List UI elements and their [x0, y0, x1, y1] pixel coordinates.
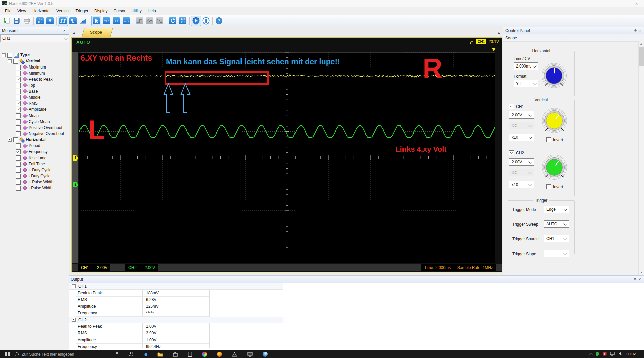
measure-item-checkbox[interactable]: [16, 149, 21, 154]
measure-item-label[interactable]: Fall Time: [29, 162, 45, 166]
measure-item-label[interactable]: Period: [29, 143, 40, 148]
cursor-icon[interactable]: [91, 16, 101, 26]
vector-display-icon[interactable]: [145, 16, 155, 26]
pin-icon[interactable]: [633, 28, 638, 33]
measure-item-checkbox[interactable]: [16, 71, 21, 76]
measure-item-label[interactable]: Positive Overshoot: [29, 125, 62, 130]
auto-measure-icon[interactable]: AUTO: [178, 16, 188, 26]
ch2-probe-select[interactable]: x10: [509, 181, 534, 188]
calculator-icon[interactable]: [188, 351, 192, 357]
format-select[interactable]: Y-T: [514, 80, 538, 87]
alert-tray-icon[interactable]: !: [603, 352, 607, 357]
menu-item[interactable]: Cursor: [110, 7, 128, 15]
open-icon[interactable]: [2, 16, 12, 26]
trigger-row-select[interactable]: CH1: [544, 235, 569, 242]
measure-item-label[interactable]: - Pulse Width: [29, 186, 52, 190]
ch2-vertical-knob[interactable]: [541, 154, 568, 180]
measure-item-label[interactable]: Middle: [29, 95, 40, 100]
square-wave-icon[interactable]: [58, 16, 68, 26]
ch1-coupling-select[interactable]: DC: [509, 122, 534, 129]
run-icon[interactable]: [191, 16, 201, 26]
photos-icon[interactable]: [202, 351, 207, 357]
measure-item-checkbox[interactable]: [16, 77, 21, 82]
measure-item-label[interactable]: Rise Time: [29, 155, 46, 160]
measure-item-label[interactable]: Base: [29, 89, 38, 94]
ch1-enable-checkbox[interactable]: [509, 104, 514, 109]
measure-item-checkbox[interactable]: [16, 65, 21, 70]
measure-item-checkbox[interactable]: [16, 186, 21, 191]
measure-item-checkbox[interactable]: [16, 107, 21, 112]
trigger-position-marker[interactable]: [492, 48, 496, 51]
scroll-down-icon[interactable]: [640, 272, 643, 273]
volume-tray-icon[interactable]: [618, 352, 623, 357]
print-icon[interactable]: [22, 16, 32, 26]
collapse-icon[interactable]: [8, 138, 12, 142]
collapse-icon[interactable]: [2, 53, 6, 57]
mail-app-icon[interactable]: [232, 351, 237, 357]
measure-group-checkbox[interactable]: [13, 137, 18, 142]
ch2-invert-checkbox[interactable]: [546, 184, 551, 189]
collapse-icon[interactable]: [72, 284, 76, 288]
scroll-up-icon[interactable]: [640, 43, 643, 45]
measure-item-checkbox[interactable]: [16, 119, 21, 124]
measure-item-checkbox[interactable]: [16, 155, 21, 161]
tab-scope[interactable]: Scope: [82, 28, 110, 37]
measure-item-checkbox[interactable]: [16, 143, 21, 148]
ch2-coupling-select[interactable]: DC: [509, 169, 534, 176]
trigger-row-select[interactable]: Edge: [544, 206, 569, 213]
measure-item-label[interactable]: Top: [29, 83, 35, 88]
refresh-icon[interactable]: [168, 16, 178, 26]
measure-item-label[interactable]: Cycle Mean: [29, 119, 50, 124]
measure-item-label[interactable]: Maximum: [29, 65, 46, 70]
trigger-row-select[interactable]: AUTO: [544, 220, 569, 228]
measure-item-label[interactable]: Peak to Peak: [29, 77, 52, 82]
ch1-invert-checkbox[interactable]: [546, 137, 551, 142]
cross-cursor-icon[interactable]: [101, 16, 111, 26]
measure-group-label[interactable]: Vertical: [26, 59, 40, 63]
close-button[interactable]: ×: [629, 0, 644, 7]
collapse-icon[interactable]: [8, 59, 12, 63]
measure-item-label[interactable]: Amplitude: [29, 107, 46, 112]
measure-item-label[interactable]: Mean: [29, 113, 39, 118]
control-panel-scrollbar[interactable]: [638, 41, 644, 275]
measure-item-label[interactable]: - Duty Cycle: [29, 174, 50, 178]
close-icon[interactable]: ×: [638, 28, 642, 33]
pulse-wave-icon[interactable]: [68, 16, 78, 26]
show-desktop-button[interactable]: [639, 351, 641, 357]
measure-item-checkbox[interactable]: [16, 131, 21, 136]
measure-item-checkbox[interactable]: [16, 162, 21, 167]
store-icon[interactable]: [173, 351, 178, 357]
math-icon[interactable]: + -× ÷: [35, 16, 45, 26]
measure-group-checkbox[interactable]: [13, 59, 18, 64]
measure-item-checkbox[interactable]: [16, 83, 21, 88]
measure-item-checkbox[interactable]: [16, 113, 21, 118]
people-app-icon[interactable]: [129, 351, 134, 357]
ch2-enable-checkbox[interactable]: [509, 150, 514, 155]
measure-item-checkbox[interactable]: [16, 125, 21, 130]
measure-item-label[interactable]: Negative Overshoot: [29, 131, 64, 136]
maximize-button[interactable]: [614, 0, 629, 7]
ch1-probe-select[interactable]: x10: [509, 134, 534, 141]
file-explorer-icon[interactable]: [157, 351, 163, 357]
pause-icon[interactable]: [201, 16, 211, 26]
antivirus-tray-icon[interactable]: [595, 352, 599, 357]
help-icon[interactable]: ?: [214, 16, 224, 26]
measure-item-checkbox[interactable]: [16, 101, 21, 106]
scrollbar-thumb[interactable]: [639, 47, 644, 66]
measure-item-checkbox[interactable]: [16, 174, 21, 179]
desktop-app-icon[interactable]: [247, 351, 253, 357]
timediv-select[interactable]: 2.000ms: [514, 62, 538, 70]
ch1-voltsdiv-select[interactable]: 2.00V: [509, 111, 534, 119]
tab-scroll-right-icon[interactable]: ►: [497, 30, 502, 36]
pin-icon[interactable]: [633, 277, 637, 282]
collapse-icon[interactable]: [72, 318, 76, 322]
measure-item-checkbox[interactable]: [16, 89, 21, 94]
horizontal-cursor-icon[interactable]: [121, 16, 131, 26]
menu-item[interactable]: Horizontal: [29, 7, 53, 15]
pin-app-icon[interactable]: [115, 351, 119, 357]
menu-item[interactable]: View: [14, 7, 29, 15]
measure-item-checkbox[interactable]: [16, 180, 21, 185]
display-tray-icon[interactable]: [610, 352, 615, 357]
measure-root-label[interactable]: Type: [20, 53, 30, 57]
start-button[interactable]: [0, 350, 15, 358]
